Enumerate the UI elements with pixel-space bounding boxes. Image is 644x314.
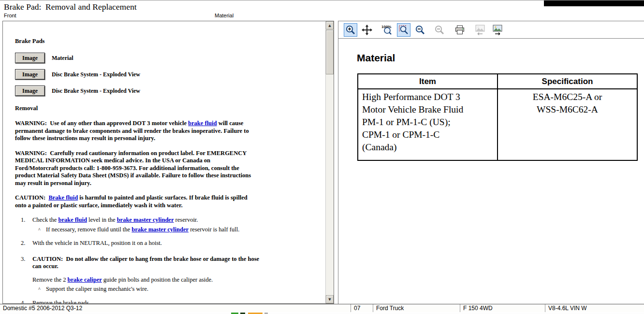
doc-link[interactable]: brake master cylinder <box>132 226 189 233</box>
arrow-up-icon: ▲ <box>328 24 331 28</box>
doc-link[interactable]: brake caliper <box>68 276 102 283</box>
next-image-icon <box>491 24 504 36</box>
item-cell: High Performance DOT 3 Motor Vehicle Bra… <box>358 89 498 160</box>
viewer-toolbar: 100% <box>338 21 644 39</box>
step-4: 4. Remove the brake pads. <box>15 300 266 304</box>
doc-link[interactable]: brake master cylinder <box>117 216 174 223</box>
image-viewer-panel: 100% <box>338 21 644 304</box>
step-2: 2. With the vehicle in NEUTRAL, position… <box>15 240 266 249</box>
step-3: 3. CAUTION: Do not allow the caliper to … <box>15 256 266 293</box>
substep-marker: ^ <box>38 285 46 293</box>
pan-button[interactable] <box>360 23 374 37</box>
image-button-exploded-view-1[interactable]: Image <box>15 69 45 80</box>
caution-paragraph: CAUTION: Brake fluid is harmful to paint… <box>15 194 252 209</box>
image-caption: Material <box>52 55 73 62</box>
column-header-specification: Specification <box>498 74 637 89</box>
status-model: F 150 4WD <box>460 304 545 312</box>
step-text: Remove the brake pads. <box>32 300 266 304</box>
status-coverage: Domestic #5 2006-2012 Q3-12 <box>0 304 351 312</box>
svg-text:100%: 100% <box>381 25 391 29</box>
step-text: Check the brake fluid level in the brake… <box>32 216 266 224</box>
zoom-100-button[interactable]: 100% <box>381 23 394 37</box>
previous-image-button <box>473 23 487 37</box>
zoom-in-icon <box>345 24 356 36</box>
step-number: 4. <box>21 300 32 304</box>
app-window: Brake Pad: Removal and Replacement Front… <box>0 0 644 314</box>
step-number: 2. <box>21 240 32 249</box>
substep: ^ Support the caliper using mechanic's w… <box>32 285 266 293</box>
warning-paragraph-1: WARNING: Use of any other than approved … <box>15 120 252 143</box>
step-number: 3. <box>21 256 32 293</box>
image-link-row: Image Disc Brake System - Exploded View <box>15 69 325 80</box>
zoom-100-icon: 100% <box>381 24 394 36</box>
arrow-down-icon: ▼ <box>328 298 331 301</box>
document-panel: Brake Pads Image Material Image Disc Bra… <box>2 21 334 304</box>
image-button-material[interactable]: Image <box>15 53 45 63</box>
image-link-row: Image Material <box>15 53 325 63</box>
document-content: Brake Pads Image Material Image Disc Bra… <box>3 21 325 303</box>
page-title: Brake Pad: Removal and Replacement <box>4 2 137 12</box>
zoom-out-full-button <box>433 23 446 37</box>
image-caption: Disc Brake System - Exploded View <box>52 87 140 95</box>
image-caption: Disc Brake System - Exploded View <box>52 71 140 78</box>
scroll-up-button[interactable]: ▲ <box>326 21 334 29</box>
step-caution-text: CAUTION: Do not allow the caliper to han… <box>32 256 266 271</box>
view-label-front: Front <box>4 13 16 18</box>
substep-text: If necessary, remove fluid until the bra… <box>46 226 239 234</box>
pan-icon <box>361 24 373 36</box>
substep-text: Support the caliper using mechanic's wir… <box>46 285 148 293</box>
document-scrollbar[interactable]: ▲ ▼ <box>325 21 334 303</box>
step-body: Check the brake fluid level in the brake… <box>32 216 266 233</box>
image-button-exploded-view-2[interactable]: Image <box>15 86 45 96</box>
status-code: 07 <box>351 304 373 312</box>
step-body: With the vehicle in NEUTRAL, position it… <box>32 240 266 249</box>
step-body: CAUTION: Do not allow the caliper to han… <box>32 256 266 293</box>
zoom-area-icon <box>398 24 410 36</box>
warning-paragraph-2: WARNING: Carefully read cautionary infor… <box>15 150 252 187</box>
image-link-row: Image Disc Brake System - Exploded View <box>15 86 325 96</box>
section-heading-removal: Removal <box>15 105 325 112</box>
doc-link[interactable]: brake fluid <box>188 120 217 127</box>
scroll-down-button[interactable]: ▼ <box>326 295 334 303</box>
scrollbar-thumb[interactable] <box>326 30 334 74</box>
step-1: 1. Check the brake fluid level in the br… <box>15 216 266 233</box>
specification-cell: ESA-M6C25-A or WSS-M6C62-A <box>498 89 637 160</box>
material-heading: Material <box>357 52 395 64</box>
zoom-in-button[interactable] <box>344 23 357 37</box>
next-image-button[interactable] <box>491 23 504 37</box>
material-table: Item Specification High Performance DOT … <box>357 73 638 161</box>
step-number: 1. <box>21 216 32 233</box>
status-bar: Domestic #5 2006-2012 Q3-12 07 Ford Truc… <box>0 304 644 312</box>
substep-marker: ^ <box>38 226 46 234</box>
status-engine: V8-4.6L VIN W <box>545 304 644 312</box>
column-header-item: Item <box>358 74 498 89</box>
table-header-row: Item Specification <box>358 74 637 89</box>
zoom-out-full-icon <box>434 24 445 36</box>
doc-link[interactable]: Brake fluid <box>48 194 78 201</box>
view-label-material: Material <box>215 13 234 18</box>
zoom-out-button[interactable] <box>413 23 427 37</box>
zoom-out-icon <box>414 24 426 36</box>
step-body: Remove the brake pads. <box>32 300 266 304</box>
step-text: With the vehicle in NEUTRAL, position it… <box>32 240 266 247</box>
substep: ^ If necessary, remove fluid until the b… <box>32 226 266 234</box>
step-text: Remove the 2 brake caliper guide pin bol… <box>32 276 266 284</box>
doc-link[interactable]: brake fluid <box>58 216 87 223</box>
print-icon <box>454 24 466 36</box>
window-corner-strip <box>544 0 644 6</box>
zoom-area-button[interactable] <box>397 23 410 37</box>
previous-image-icon <box>474 24 486 36</box>
status-make: Ford Truck <box>373 304 460 312</box>
table-row: High Performance DOT 3 Motor Vehicle Bra… <box>358 89 637 160</box>
section-heading-brake-pads: Brake Pads <box>15 38 325 45</box>
print-button[interactable] <box>453 23 467 37</box>
